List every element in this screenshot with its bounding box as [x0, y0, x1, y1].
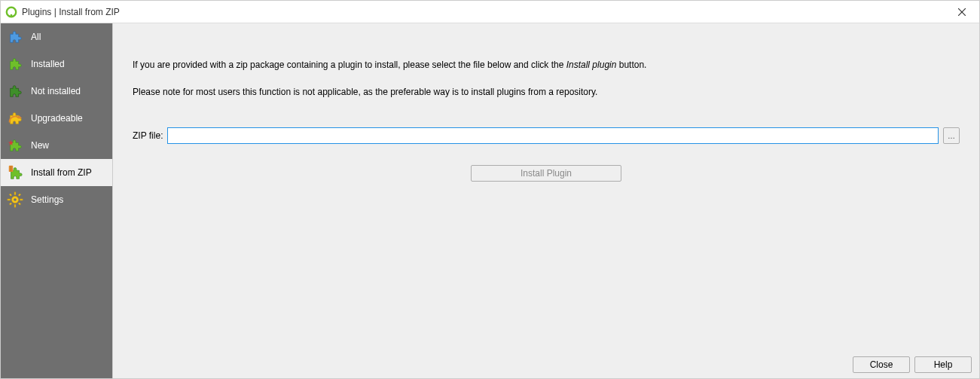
zip-file-label: ZIP file: [133, 130, 163, 141]
sidebar-item-upgradeable[interactable]: Upgradeable [1, 105, 112, 132]
browse-button[interactable]: … [943, 127, 960, 144]
dialog-footer: Close Help [113, 351, 979, 378]
svg-rect-10 [14, 204, 16, 207]
app-icon [5, 6, 17, 18]
upgrade-icon [7, 110, 23, 127]
puzzle-icon [7, 83, 23, 99]
text: button. [616, 60, 646, 70]
titlebar: Plugins | Install from ZIP [1, 1, 979, 23]
sidebar-item-label: Not installed [31, 86, 81, 96]
svg-rect-9 [14, 192, 16, 195]
svg-rect-16 [9, 203, 11, 205]
svg-rect-1 [11, 14, 12, 17]
sidebar-item-label: Install from ZIP [31, 167, 92, 178]
close-button[interactable]: Close [853, 356, 910, 373]
instruction-text-2: Please note for most users this function… [133, 87, 960, 97]
svg-rect-13 [9, 194, 11, 196]
svg-point-17 [14, 198, 17, 201]
sidebar: All Installed Not installed [1, 23, 112, 378]
new-icon [7, 137, 23, 154]
window-title: Plugins | Install from ZIP [22, 7, 120, 17]
sidebar-item-label: Settings [31, 194, 63, 205]
help-button[interactable]: Help [914, 356, 972, 373]
svg-rect-15 [18, 194, 20, 196]
sidebar-item-new[interactable]: New [1, 132, 112, 159]
svg-rect-12 [20, 199, 23, 200]
zip-file-input[interactable] [167, 127, 939, 144]
main-panel: If you are provided with a zip package c… [112, 23, 979, 378]
svg-rect-11 [8, 199, 11, 200]
sidebar-item-label: New [31, 140, 49, 151]
puzzle-icon [7, 56, 23, 72]
sidebar-item-label: Installed [31, 59, 65, 69]
sidebar-item-installed[interactable]: Installed [1, 50, 112, 78]
sidebar-item-not-installed[interactable]: Not installed [1, 78, 112, 105]
text-italic: Install plugin [566, 60, 617, 70]
sidebar-item-label: All [31, 32, 41, 42]
gear-icon [7, 191, 23, 208]
sidebar-item-settings[interactable]: Settings [1, 186, 112, 213]
close-icon[interactable] [945, 1, 979, 23]
install-zip-icon [7, 164, 23, 181]
sidebar-item-install-from-zip[interactable]: Install from ZIP [1, 159, 112, 186]
svg-rect-14 [18, 203, 20, 205]
sidebar-item-label: Upgradeable [31, 113, 83, 124]
install-plugin-button[interactable]: Install Plugin [471, 165, 621, 182]
sidebar-item-all[interactable]: All [1, 23, 112, 50]
text: If you are provided with a zip package c… [133, 60, 566, 70]
instruction-text-1: If you are provided with a zip package c… [133, 60, 960, 70]
puzzle-icon [7, 29, 23, 45]
zip-file-row: ZIP file: … [133, 127, 960, 144]
